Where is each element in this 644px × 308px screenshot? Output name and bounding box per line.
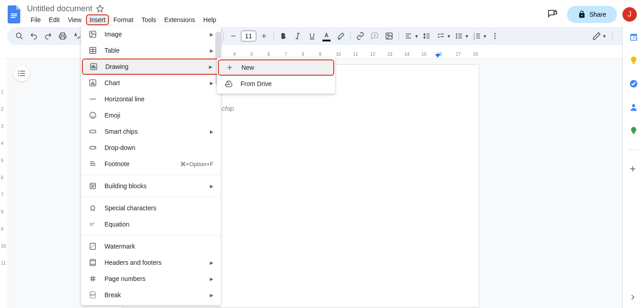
ruler-tick: 9	[319, 52, 322, 57]
undo-icon[interactable]	[27, 29, 41, 43]
menu-item-page-numbers[interactable]: Page numbers ▶	[81, 271, 221, 287]
side-panel: 31	[622, 26, 644, 308]
svg-rect-56	[90, 130, 96, 133]
user-avatar[interactable]: J	[622, 7, 637, 22]
decrease-font-size-icon[interactable]	[227, 29, 240, 43]
numbered-list-icon[interactable]: 123	[470, 29, 484, 43]
print-icon[interactable]	[56, 29, 69, 43]
font-size-input[interactable]: 11	[241, 31, 256, 41]
svg-point-38	[18, 73, 19, 74]
ruler-tick: 11	[1, 261, 6, 266]
menu-extensions[interactable]: Extensions	[161, 14, 199, 25]
maps-icon[interactable]	[629, 126, 638, 135]
menu-label: Drawing	[105, 63, 202, 70]
text-color-icon[interactable]	[320, 29, 333, 43]
increase-font-size-icon[interactable]	[257, 29, 271, 43]
title-area: Untitled document File Edit View Insert …	[27, 4, 544, 25]
ruler-tick: 4	[1, 141, 4, 146]
menu-help[interactable]: Help	[200, 14, 220, 25]
underline-icon[interactable]	[305, 29, 319, 43]
menu-tools[interactable]: Tools	[138, 14, 160, 25]
insert-link-icon[interactable]	[354, 29, 367, 43]
menu-bar: File Edit View Insert Format Tools Exten…	[27, 14, 544, 25]
menu-divider	[81, 235, 221, 236]
chart-icon	[88, 78, 97, 87]
checklist-icon[interactable]	[434, 29, 448, 43]
ruler-tick: 7	[1, 192, 4, 197]
menu-label: Equation	[104, 221, 213, 228]
chevron-down-icon[interactable]: ▼	[483, 34, 487, 39]
svg-point-39	[18, 75, 19, 77]
menu-item-building-blocks[interactable]: Building blocks ▶	[81, 178, 221, 194]
bulleted-list-icon[interactable]	[452, 29, 466, 43]
menu-insert[interactable]: Insert	[86, 14, 109, 25]
menu-item-emoji[interactable]: Emoji	[81, 107, 221, 123]
ruler-tick: 1	[1, 90, 4, 95]
share-label: Share	[590, 11, 606, 18]
calendar-icon[interactable]: 31	[629, 32, 638, 41]
insert-comment-icon[interactable]	[368, 29, 381, 43]
ruler-tick: 17	[456, 52, 461, 57]
menu-item-equation[interactable]: π2 Equation	[81, 216, 221, 232]
insert-image-icon[interactable]	[382, 29, 396, 43]
chevron-down-icon[interactable]: ▼	[465, 34, 469, 39]
svg-point-32	[494, 36, 495, 37]
menu-item-drawing[interactable]: Drawing ▶	[82, 59, 220, 75]
comments-icon[interactable]	[544, 5, 562, 23]
ruler-tick: 11	[353, 52, 358, 57]
watermark-icon	[88, 242, 97, 251]
menu-item-smart-chips[interactable]: Smart chips ▶	[81, 123, 221, 140]
ruler-tick: 5	[250, 52, 253, 57]
share-button[interactable]: Share	[567, 6, 617, 23]
docs-logo-icon[interactable]	[6, 5, 23, 24]
contacts-icon[interactable]	[629, 103, 638, 112]
submenu-item-from-drive[interactable]: From Drive	[217, 76, 335, 92]
menu-item-special-characters[interactable]: Special characters	[81, 200, 221, 216]
menu-view[interactable]: View	[64, 14, 85, 25]
svg-point-85	[632, 104, 635, 107]
building-blocks-icon	[88, 181, 97, 190]
search-icon[interactable]	[13, 29, 26, 43]
line-spacing-icon[interactable]	[420, 29, 433, 43]
more-icon[interactable]	[488, 29, 502, 43]
align-icon[interactable]	[402, 29, 415, 43]
editing-mode-button[interactable]: ▼	[592, 32, 607, 41]
highlight-color-icon[interactable]	[334, 29, 348, 43]
menu-shortcut: ⌘+Option+F	[180, 161, 213, 168]
equation-icon: π2	[88, 220, 97, 229]
menu-item-chart[interactable]: Chart ▶	[81, 75, 221, 91]
menu-item-footnote[interactable]: Footnote ⌘+Option+F	[81, 156, 221, 172]
table-icon	[88, 46, 97, 55]
bold-icon[interactable]	[277, 29, 290, 43]
menu-item-watermark[interactable]: Watermark	[81, 238, 221, 254]
menu-divider	[81, 197, 221, 197]
chevron-down-icon[interactable]: ▼	[414, 34, 419, 39]
hide-panel-icon[interactable]	[628, 293, 639, 303]
redo-icon[interactable]	[41, 29, 55, 43]
menu-label: Headers and footers	[104, 259, 203, 266]
chevron-right-icon: ▶	[209, 64, 213, 69]
tasks-icon[interactable]	[629, 79, 638, 88]
keep-icon[interactable]	[629, 56, 638, 65]
outline-toggle-button[interactable]	[14, 65, 30, 82]
menu-format[interactable]: Format	[110, 14, 137, 25]
ruler-tick: 15	[422, 52, 426, 57]
menu-item-break[interactable]: Break ▶	[81, 287, 221, 303]
document-title[interactable]: Untitled document	[27, 4, 92, 14]
star-icon[interactable]	[96, 5, 104, 13]
menu-item-image[interactable]: Image ▶	[81, 26, 221, 42]
plus-icon	[225, 63, 234, 72]
menu-item-table[interactable]: Table ▶	[81, 42, 221, 59]
chevron-right-icon: ▶	[210, 293, 213, 298]
menu-edit[interactable]: Edit	[45, 14, 63, 25]
chevron-down-icon[interactable]: ▼	[447, 34, 451, 39]
menu-item-headers-footers[interactable]: Headers and footers ▶	[81, 254, 221, 271]
add-addon-icon[interactable]	[628, 164, 639, 175]
ruler-marker-icon[interactable]	[435, 54, 440, 58]
chevron-right-icon: ▶	[210, 81, 213, 86]
menu-item-horizontal-line[interactable]: Horizontal line	[81, 91, 221, 107]
menu-item-dropdown[interactable]: Drop-down	[81, 140, 221, 156]
italic-icon[interactable]	[291, 29, 304, 43]
menu-file[interactable]: File	[27, 14, 45, 25]
submenu-item-new[interactable]: New	[218, 59, 334, 76]
